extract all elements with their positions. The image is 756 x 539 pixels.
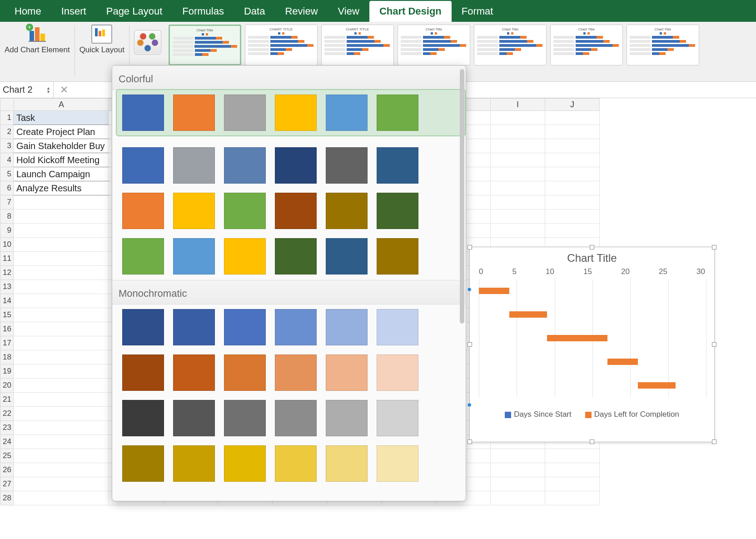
cell[interactable]	[14, 463, 109, 477]
cell[interactable]: Launch Campaign	[14, 167, 109, 181]
row-header[interactable]: 19	[0, 364, 14, 379]
color-swatch[interactable]	[224, 147, 266, 184]
cell[interactable]	[491, 195, 545, 210]
color-swatch[interactable]	[122, 238, 164, 274]
cell[interactable]	[545, 210, 600, 224]
cell[interactable]	[14, 224, 109, 238]
cell[interactable]	[545, 449, 600, 463]
cell[interactable]	[14, 308, 109, 322]
chart-style-thumb[interactable]: Chart Title	[550, 25, 623, 65]
color-swatch[interactable]	[122, 354, 164, 391]
cell[interactable]	[545, 139, 600, 153]
cell[interactable]	[14, 294, 109, 308]
cell[interactable]	[491, 153, 545, 167]
color-swatch[interactable]	[377, 193, 418, 229]
cell[interactable]	[491, 181, 545, 195]
embedded-chart[interactable]: Chart Title 051015202530 Days Since Star…	[469, 247, 715, 442]
row-header[interactable]: 13	[0, 280, 14, 294]
cell[interactable]	[491, 139, 545, 153]
cell[interactable]	[14, 266, 109, 280]
cell[interactable]	[14, 350, 109, 364]
tab-data[interactable]: Data	[234, 1, 275, 22]
cell[interactable]: Create Project Plan	[14, 125, 109, 139]
cancel-icon[interactable]: ✕	[60, 84, 68, 96]
row-header[interactable]: 18	[0, 350, 14, 364]
palette-row[interactable]	[122, 238, 459, 274]
row-header[interactable]: 23	[0, 421, 14, 435]
resize-handle[interactable]	[712, 245, 716, 250]
row-header[interactable]: 27	[0, 477, 14, 491]
cell[interactable]	[14, 449, 109, 463]
cell[interactable]	[545, 125, 600, 139]
cell[interactable]	[491, 449, 545, 463]
cell[interactable]	[14, 421, 109, 435]
color-swatch[interactable]	[326, 95, 368, 131]
color-swatch[interactable]	[224, 193, 266, 229]
color-swatch[interactable]	[173, 193, 215, 229]
row-header[interactable]: 1	[0, 111, 14, 125]
chart-style-thumb[interactable]: Chart Title	[398, 25, 470, 65]
row-header[interactable]: 15	[0, 308, 14, 322]
row-header[interactable]: 28	[0, 491, 14, 505]
color-swatch[interactable]	[275, 193, 317, 229]
color-swatch[interactable]	[173, 445, 215, 482]
cell[interactable]	[545, 167, 600, 181]
cell[interactable]: Hold Kickoff Meeting	[14, 153, 109, 167]
color-swatch[interactable]	[275, 445, 317, 482]
color-swatch[interactable]	[275, 147, 317, 184]
cell[interactable]	[14, 477, 109, 491]
change-colors-button[interactable]	[134, 30, 161, 55]
chart-style-thumb[interactable]: Chart Title	[627, 25, 699, 65]
row-header[interactable]: 5	[0, 167, 14, 181]
row-header[interactable]: 4	[0, 153, 14, 167]
resize-handle[interactable]	[590, 245, 594, 250]
color-swatch[interactable]	[122, 400, 164, 436]
color-swatch[interactable]	[173, 400, 215, 436]
chart-bar[interactable]	[638, 382, 676, 389]
chart-legend[interactable]: Days Since Start Days Left for Completio…	[470, 397, 714, 419]
palette-row[interactable]	[122, 400, 459, 436]
color-swatch[interactable]	[275, 95, 317, 131]
resize-handle[interactable]	[712, 342, 716, 347]
color-swatch[interactable]	[173, 147, 215, 184]
resize-handle[interactable]	[590, 439, 594, 444]
cell[interactable]	[491, 224, 545, 238]
cell[interactable]	[14, 491, 109, 505]
cell[interactable]	[491, 210, 545, 224]
palette-row[interactable]	[116, 89, 466, 136]
cell[interactable]	[545, 224, 600, 238]
chart-style-thumb[interactable]: CHART TITLE	[321, 25, 394, 65]
color-swatch[interactable]	[224, 400, 266, 436]
resize-handle[interactable]	[468, 245, 472, 250]
row-header[interactable]: 25	[0, 449, 14, 463]
cell[interactable]	[491, 491, 545, 505]
stepper-icon[interactable]: ▲▼	[46, 86, 50, 94]
cell[interactable]	[14, 379, 109, 393]
color-swatch[interactable]	[275, 400, 317, 436]
resize-handle[interactable]	[712, 439, 716, 444]
cell[interactable]	[545, 153, 600, 167]
palette-row[interactable]	[122, 445, 459, 482]
color-swatch[interactable]	[122, 95, 164, 131]
chart-bar[interactable]	[509, 311, 547, 318]
color-swatch[interactable]	[377, 238, 418, 274]
chart-style-thumb[interactable]: CHART TITLE	[245, 25, 318, 65]
tab-view[interactable]: View	[328, 1, 369, 22]
color-swatch[interactable]	[224, 95, 266, 131]
cell[interactable]: Analyze Results	[14, 181, 109, 195]
chart-style-thumb[interactable]: Chart Title	[474, 25, 547, 65]
cell[interactable]	[14, 336, 109, 350]
color-swatch[interactable]	[173, 309, 215, 345]
color-swatch[interactable]	[275, 238, 317, 274]
column-header[interactable]: J	[545, 98, 600, 111]
cell[interactable]	[14, 407, 109, 421]
row-header[interactable]: 17	[0, 336, 14, 350]
tab-formulas[interactable]: Formulas	[172, 1, 234, 22]
cell[interactable]	[14, 364, 109, 379]
color-swatch[interactable]	[122, 445, 164, 482]
cell[interactable]	[491, 477, 545, 491]
cell[interactable]	[14, 322, 109, 336]
chart-bar[interactable]	[607, 359, 638, 365]
color-swatch[interactable]	[122, 193, 164, 229]
resize-handle[interactable]	[468, 439, 472, 444]
